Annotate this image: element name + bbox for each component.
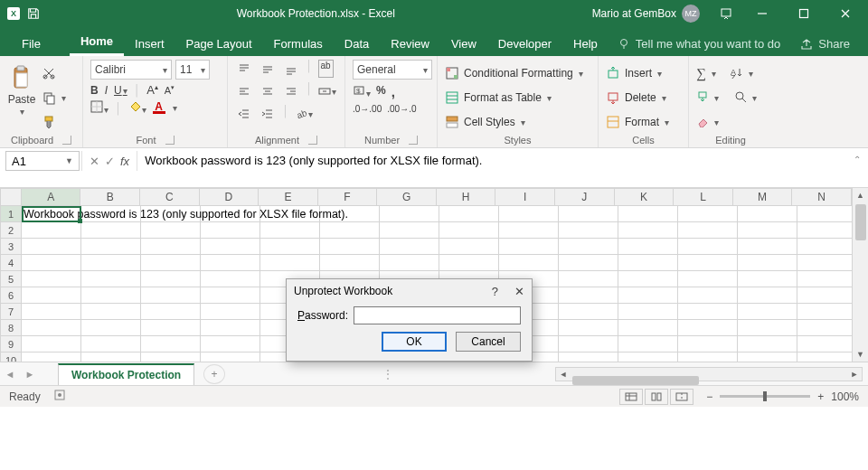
row-header[interactable]: 7 [0, 304, 22, 320]
sheet-tab[interactable]: Workbook Protection [58, 363, 194, 385]
merge-center-button[interactable]: ▾ [318, 82, 336, 100]
format-cells-button[interactable]: Format▾ [606, 112, 681, 132]
cut-button[interactable] [42, 63, 66, 83]
scroll-thumb[interactable] [855, 204, 866, 240]
col-header[interactable]: N [792, 188, 852, 206]
increase-font-button[interactable]: A▴ [146, 83, 158, 97]
cell-styles-button[interactable]: Cell Styles▾ [445, 112, 590, 132]
decrease-indent-button[interactable] [235, 105, 253, 123]
tab-formulas[interactable]: Formulas [263, 32, 334, 56]
font-size-combo[interactable]: 11▾ [175, 60, 210, 80]
scroll-right-icon[interactable]: ► [847, 370, 862, 379]
format-painter-button[interactable] [42, 112, 66, 132]
row-header[interactable]: 8 [0, 320, 22, 336]
horizontal-scrollbar[interactable]: ◄ ► [555, 367, 863, 381]
font-color-button[interactable]: A [153, 102, 165, 114]
increase-indent-button[interactable] [259, 105, 277, 123]
row-header[interactable]: 9 [0, 336, 22, 352]
align-center-button[interactable] [259, 82, 277, 100]
borders-button[interactable]: ▾ [90, 100, 108, 116]
col-header[interactable]: E [259, 188, 318, 206]
row-header[interactable]: 5 [0, 271, 22, 287]
col-header[interactable]: C [140, 188, 200, 206]
col-header[interactable]: F [318, 188, 378, 206]
ok-button[interactable]: OK [382, 332, 447, 352]
view-page-layout-button[interactable] [645, 389, 668, 405]
delete-cells-button[interactable]: Delete▾ [606, 88, 681, 108]
view-page-break-button[interactable] [670, 389, 693, 405]
tell-me-search[interactable]: Tell me what you want to do [609, 32, 789, 56]
fill-button[interactable] [696, 90, 709, 106]
find-select-button[interactable] [734, 90, 747, 106]
col-header[interactable]: I [495, 188, 555, 206]
name-box[interactable]: A1▼ [5, 151, 80, 171]
percent-button[interactable]: % [376, 84, 386, 99]
insert-cells-button[interactable]: Insert▾ [606, 63, 681, 83]
ribbon-options-icon[interactable] [712, 0, 740, 27]
bold-button[interactable]: B [90, 84, 99, 97]
scroll-down-icon[interactable]: ▼ [853, 347, 868, 362]
maximize-button[interactable] [785, 0, 823, 27]
expand-formula-bar-icon[interactable]: ⌃ [854, 155, 861, 164]
sort-filter-button[interactable]: AZ [731, 66, 743, 81]
dialog-help-button[interactable]: ? [492, 285, 498, 298]
new-sheet-button[interactable]: + [203, 364, 225, 384]
align-right-button[interactable] [282, 82, 300, 100]
autosum-button[interactable]: ∑ [696, 66, 706, 81]
fill-color-button[interactable]: ▾ [128, 100, 146, 116]
accounting-format-button[interactable]: $▾ [353, 84, 371, 99]
dialog-launcher-icon[interactable] [409, 136, 418, 145]
row-header[interactable]: 2 [0, 222, 22, 239]
decrease-decimal-button[interactable]: .00→.0 [387, 104, 416, 114]
copy-button[interactable]: ▾ [42, 88, 66, 108]
fx-button[interactable]: fx [120, 155, 129, 168]
row-header[interactable]: 4 [0, 255, 22, 271]
view-normal-button[interactable] [619, 389, 643, 405]
dialog-launcher-icon[interactable] [308, 136, 317, 145]
cancel-button[interactable]: Cancel [456, 332, 521, 352]
format-as-table-button[interactable]: Format as Table▾ [445, 88, 590, 108]
zoom-control[interactable]: − + 100% [706, 390, 859, 403]
minimize-button[interactable] [743, 0, 781, 27]
italic-button[interactable]: I [105, 84, 108, 97]
underline-button[interactable]: U▾ [114, 84, 127, 97]
account-user[interactable]: Mario at GemBox MZ [592, 5, 700, 23]
close-button[interactable] [826, 0, 864, 27]
zoom-out-button[interactable]: − [706, 390, 712, 403]
row-header[interactable]: 6 [0, 287, 22, 304]
align-bottom-button[interactable] [282, 60, 300, 78]
conditional-formatting-button[interactable]: Conditional Formatting▾ [445, 63, 590, 83]
sheet-nav-prev[interactable]: ◄ [0, 369, 20, 380]
scroll-left-icon[interactable]: ◄ [556, 370, 571, 379]
col-header[interactable]: H [437, 188, 496, 206]
tab-data[interactable]: Data [334, 32, 380, 56]
cancel-formula-icon[interactable]: ✕ [90, 155, 99, 168]
sheet-nav-next[interactable]: ► [20, 369, 40, 380]
vertical-scrollbar[interactable]: ▲ ▼ [852, 188, 868, 362]
decrease-font-button[interactable]: A▾ [165, 84, 175, 96]
orientation-button[interactable]: ab▾ [295, 105, 313, 123]
row-header[interactable]: 3 [0, 239, 22, 255]
select-all-corner[interactable] [0, 188, 22, 206]
enter-formula-icon[interactable]: ✓ [105, 155, 115, 168]
share-button[interactable]: Share [791, 32, 859, 56]
tab-page-layout[interactable]: Page Layout [175, 32, 263, 56]
align-middle-button[interactable] [259, 60, 277, 78]
font-name-combo[interactable]: Calibri▾ [90, 60, 172, 80]
col-header[interactable]: L [674, 188, 733, 206]
align-left-button[interactable] [235, 82, 253, 100]
number-format-combo[interactable]: General▾ [353, 60, 432, 80]
align-top-button[interactable] [235, 60, 253, 78]
formula-input[interactable]: Workbook password is 123 (only supported… [137, 151, 868, 187]
paste-button[interactable]: Paste ▾ [7, 60, 36, 117]
zoom-slider[interactable] [720, 395, 810, 398]
tab-help[interactable]: Help [562, 32, 609, 56]
dialog-launcher-icon[interactable] [165, 136, 175, 145]
comma-button[interactable]: , [392, 84, 395, 99]
clear-button[interactable] [696, 115, 709, 130]
col-header[interactable]: J [555, 188, 615, 206]
scroll-thumb[interactable] [572, 376, 699, 385]
col-header[interactable]: K [615, 188, 675, 206]
tab-file[interactable]: File [9, 32, 53, 56]
wrap-text-button[interactable]: ab [318, 60, 334, 78]
